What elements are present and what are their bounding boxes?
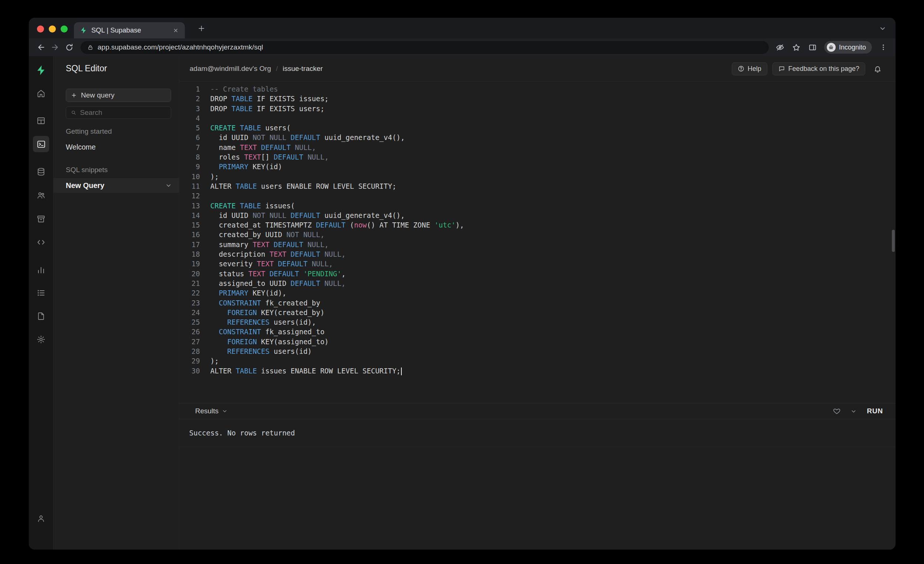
code-line[interactable]: 15 created_at TIMESTAMPTZ DEFAULT (now()… xyxy=(179,220,896,230)
code-line[interactable]: 23 CONSTRAINT fk_created_by xyxy=(179,298,896,308)
tab-search-chevron-icon[interactable] xyxy=(878,24,887,33)
line-number: 21 xyxy=(179,278,200,288)
line-number: 15 xyxy=(179,220,200,230)
code-line[interactable]: 2DROP TABLE IF EXISTS issues; xyxy=(179,94,896,103)
side-panel-icon[interactable] xyxy=(806,40,820,54)
zoom-window-button[interactable] xyxy=(61,25,68,33)
chevron-down-icon xyxy=(222,408,228,414)
code-line[interactable]: 25 REFERENCES users(id), xyxy=(179,317,896,327)
feedback-button[interactable]: Feedback on this page? xyxy=(772,63,865,75)
code-token: CONSTRAINT xyxy=(219,299,266,307)
rail-item-account[interactable] xyxy=(34,511,48,526)
search-input[interactable] xyxy=(80,109,166,117)
back-icon[interactable] xyxy=(34,40,48,54)
code-token: users( xyxy=(266,124,291,132)
results-toolbar: Results RUN xyxy=(179,403,896,419)
code-text: ALTER TABLE issues ENABLE ROW LEVEL SECU… xyxy=(200,366,402,376)
code-token: NOT NULL, xyxy=(286,230,324,239)
minimize-window-button[interactable] xyxy=(49,25,56,33)
rail-item-docs[interactable] xyxy=(34,309,48,323)
browser-tab[interactable]: SQL | Supabase xyxy=(74,22,185,39)
rail-item-reports[interactable] xyxy=(34,263,48,277)
code-line[interactable]: 24 FOREIGN KEY(created_by) xyxy=(179,308,896,317)
code-text: status TEXT DEFAULT 'PENDING', xyxy=(200,269,346,278)
rail-item-functions[interactable] xyxy=(34,235,48,250)
code-line[interactable]: 28 REFERENCES users(id) xyxy=(179,346,896,356)
code-line[interactable]: 8 roles TEXT[] DEFAULT NULL, xyxy=(179,152,896,162)
code-line[interactable]: 21 assigned_to UUID DEFAULT NULL, xyxy=(179,278,896,288)
breadcrumb-org[interactable]: adam@windmill.dev's Org xyxy=(190,64,271,73)
chevron-down-icon[interactable] xyxy=(165,182,172,189)
code-text: id UUID NOT NULL DEFAULT uuid_generate_v… xyxy=(200,211,405,220)
code-line[interactable]: 26 CONSTRAINT fk_assigned_to xyxy=(179,327,896,337)
incognito-badge[interactable]: Incognito xyxy=(824,41,872,54)
rail-item-storage[interactable] xyxy=(34,212,48,226)
notifications-button[interactable] xyxy=(870,62,885,76)
code-line[interactable]: 4 xyxy=(179,114,896,123)
rail-item-sql-editor[interactable] xyxy=(33,136,49,152)
help-button[interactable]: Help xyxy=(732,63,767,75)
run-options-chevron[interactable] xyxy=(850,408,857,414)
code-line[interactable]: 27 FOREIGN KEY(assigned_to) xyxy=(179,337,896,346)
code-line[interactable]: 3DROP TABLE IF EXISTS users; xyxy=(179,104,896,114)
url-text: app.supabase.com/project/azahtnhqohyjerz… xyxy=(98,43,263,51)
code-line[interactable]: 22 PRIMARY KEY(id), xyxy=(179,288,896,298)
code-token: fk_assigned_to xyxy=(266,328,324,336)
eye-off-icon[interactable] xyxy=(773,40,787,54)
browser-menu-icon[interactable] xyxy=(876,40,890,54)
editor-scrollbar-thumb[interactable] xyxy=(892,230,895,252)
code-line[interactable]: 10); xyxy=(179,172,896,181)
code-token: assigned_to UUID xyxy=(210,279,291,287)
line-number: 18 xyxy=(179,249,200,259)
code-token: id UUID xyxy=(210,211,252,219)
sidebar-item-new-query[interactable]: New Query xyxy=(54,178,179,193)
rail-item-settings[interactable] xyxy=(34,332,48,347)
breadcrumb-project[interactable]: issue-tracker xyxy=(283,64,323,73)
code-token: severity xyxy=(210,260,257,268)
code-line[interactable]: 17 summary TEXT DEFAULT NULL, xyxy=(179,240,896,249)
new-query-button[interactable]: New query xyxy=(66,89,171,102)
tab-close-icon[interactable] xyxy=(171,25,180,35)
favorite-button[interactable] xyxy=(833,407,840,415)
rail-item-logs[interactable] xyxy=(34,286,48,300)
code-line[interactable]: 5CREATE TABLE users( xyxy=(179,123,896,133)
code-line[interactable]: 6 id UUID NOT NULL DEFAULT uuid_generate… xyxy=(179,133,896,142)
code-line[interactable]: 29); xyxy=(179,356,896,366)
code-line[interactable]: 18 description TEXT DEFAULT NULL, xyxy=(179,249,896,259)
code-line[interactable]: 30ALTER TABLE issues ENABLE ROW LEVEL SE… xyxy=(179,366,896,376)
rail-item-table-editor[interactable] xyxy=(34,114,48,128)
code-token: NULL, xyxy=(324,250,346,258)
close-window-button[interactable] xyxy=(37,25,44,33)
code-line[interactable]: 1-- Create tables xyxy=(179,84,896,94)
code-line[interactable]: 13CREATE TABLE issues( xyxy=(179,201,896,211)
code-line[interactable]: 19 severity TEXT DEFAULT NULL, xyxy=(179,259,896,269)
code-text: CONSTRAINT fk_created_by xyxy=(200,298,320,308)
forward-icon[interactable] xyxy=(48,40,62,54)
code-line[interactable]: 16 created_by UUID NOT NULL, xyxy=(179,230,896,239)
address-bar[interactable]: app.supabase.com/project/azahtnhqohyjerz… xyxy=(81,41,769,54)
sidebar-item-welcome[interactable]: Welcome xyxy=(66,143,96,151)
results-dropdown[interactable]: Results xyxy=(195,407,228,415)
code-line[interactable]: 14 id UUID NOT NULL DEFAULT uuid_generat… xyxy=(179,211,896,220)
code-line[interactable]: 11ALTER TABLE users ENABLE ROW LEVEL SEC… xyxy=(179,181,896,191)
code-text: name TEXT DEFAULT NULL, xyxy=(200,142,316,152)
rail-item-database[interactable] xyxy=(34,165,48,179)
reload-icon[interactable] xyxy=(62,40,76,54)
supabase-logo[interactable] xyxy=(34,62,48,78)
rail-item-auth[interactable] xyxy=(34,188,48,203)
code-line[interactable]: 7 name TEXT DEFAULT NULL, xyxy=(179,142,896,152)
bookmark-star-icon[interactable] xyxy=(789,40,804,54)
search-box[interactable] xyxy=(66,106,171,119)
code-line[interactable]: 20 status TEXT DEFAULT 'PENDING', xyxy=(179,269,896,278)
sql-editor-canvas[interactable]: 1-- Create tables2DROP TABLE IF EXISTS i… xyxy=(179,81,896,403)
code-line[interactable]: 12 xyxy=(179,191,896,200)
code-token: CREATE xyxy=(210,124,240,132)
rail-item-home[interactable] xyxy=(34,86,48,101)
code-token: uuid_generate_v4(), xyxy=(324,133,405,141)
new-tab-button[interactable] xyxy=(196,23,207,34)
code-token: TABLE xyxy=(240,202,266,210)
code-line[interactable]: 9 PRIMARY KEY(id) xyxy=(179,162,896,171)
lock-icon[interactable] xyxy=(87,44,93,51)
code-token: now xyxy=(354,221,367,229)
run-button[interactable]: RUN xyxy=(867,407,883,415)
